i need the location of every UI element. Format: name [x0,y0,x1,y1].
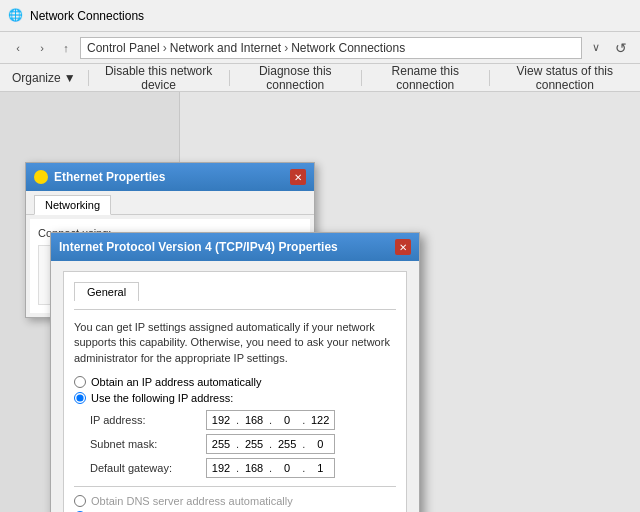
ethernet-dialog-icon [34,170,48,184]
auto-dns-option: Obtain DNS server address automatically [74,495,396,507]
back-button[interactable]: ‹ [8,38,28,58]
ethernet-dialog-titlebar: Ethernet Properties ✕ [26,163,314,191]
breadcrumb-network-connections[interactable]: Network Connections [291,41,405,55]
toolbar-separator-1 [88,70,89,86]
window-title: Network Connections [30,9,144,23]
dialog-overlay: Ethernet Properties ✕ Networking Connect… [0,92,640,512]
dns-radio-group: Obtain DNS server address automatically … [74,495,396,512]
up-button[interactable]: ↑ [56,38,76,58]
gateway-row: Default gateway: . . . [90,458,396,478]
breadcrumb-arrow-2: › [284,41,288,55]
subnet-seg-4[interactable] [306,438,334,450]
gateway-seg-2[interactable] [240,462,268,474]
ip-fields: IP address: . . . [90,410,396,478]
gateway-seg-3[interactable] [273,462,301,474]
ip-seg-2[interactable] [240,414,268,426]
manual-ip-option: Use the following IP address: [74,392,396,404]
ip-address-input[interactable]: . . . [206,410,335,430]
ipv4-tab-area: General You can get IP settings assigned… [63,271,407,512]
view-status-button[interactable]: View status of this connection [494,67,636,89]
view-status-label: View status of this connection [502,64,628,92]
subnet-seg-1[interactable] [207,438,235,450]
ipv4-properties-dialog: Internet Protocol Version 4 (TCP/IPv4) P… [50,232,420,512]
auto-ip-option: Obtain an IP address automatically [74,376,396,388]
toolbar: Organize ▼ Disable this network device D… [0,64,640,92]
toolbar-separator-2 [229,70,230,86]
ip-seg-1[interactable] [207,414,235,426]
rename-label: Rename this connection [374,64,477,92]
ethernet-tab-networking[interactable]: Networking [34,195,111,215]
section-divider [74,486,396,487]
subnet-row: Subnet mask: . . . [90,434,396,454]
ip-address-label: IP address: [90,414,200,426]
ipv4-dialog-title: Internet Protocol Version 4 (TCP/IPv4) P… [59,240,338,254]
manual-ip-label: Use the following IP address: [91,392,233,404]
organize-button[interactable]: Organize ▼ [4,67,84,89]
auto-ip-label: Obtain an IP address automatically [91,376,261,388]
gateway-label: Default gateway: [90,462,200,474]
subnet-input[interactable]: . . . [206,434,335,454]
ip-address-row: IP address: . . . [90,410,396,430]
forward-button[interactable]: › [32,38,52,58]
subnet-label: Subnet mask: [90,438,200,450]
breadcrumb-arrow-1: › [163,41,167,55]
title-bar: 🌐 Network Connections [0,0,640,32]
ipv4-tab-content: You can get IP settings assigned automat… [74,309,396,512]
organize-label: Organize [12,71,61,85]
ethernet-dialog-tabs: Networking [26,191,314,215]
toolbar-separator-4 [489,70,490,86]
manual-ip-radio[interactable] [74,392,86,404]
gateway-input[interactable]: . . . [206,458,335,478]
gateway-seg-4[interactable] [306,462,334,474]
address-bar: ‹ › ↑ Control Panel › Network and Intern… [0,32,640,64]
ipv4-info-text: You can get IP settings assigned automat… [74,320,396,366]
ethernet-dialog-title: Ethernet Properties [54,170,165,184]
gateway-seg-1[interactable] [207,462,235,474]
auto-ip-radio[interactable] [74,376,86,388]
breadcrumb-network-internet[interactable]: Network and Internet [170,41,281,55]
main-content: Ethernet Properties ✕ Networking Connect… [0,92,640,512]
auto-dns-label: Obtain DNS server address automatically [91,495,293,507]
auto-dns-radio[interactable] [74,495,86,507]
ip-seg-3[interactable] [273,414,301,426]
ipv4-dialog-titlebar: Internet Protocol Version 4 (TCP/IPv4) P… [51,233,419,261]
diagnose-label: Diagnose this connection [242,64,349,92]
refresh-button[interactable]: ↺ [610,37,632,59]
breadcrumb-control-panel[interactable]: Control Panel [87,41,160,55]
subnet-seg-3[interactable] [273,438,301,450]
rename-button[interactable]: Rename this connection [366,67,485,89]
window-icon: 🌐 [8,8,24,24]
ethernet-dialog-close[interactable]: ✕ [290,169,306,185]
address-path[interactable]: Control Panel › Network and Internet › N… [80,37,582,59]
ip-address-radio-group: Obtain an IP address automatically Use t… [74,376,396,404]
dropdown-button[interactable]: ∨ [586,38,606,58]
disable-label: Disable this network device [100,64,216,92]
ipv4-tab-header: General [74,282,396,301]
organize-arrow-icon: ▼ [64,71,76,85]
ipv4-dialog-close[interactable]: ✕ [395,239,411,255]
subnet-seg-2[interactable] [240,438,268,450]
disable-button[interactable]: Disable this network device [92,67,224,89]
diagnose-button[interactable]: Diagnose this connection [234,67,357,89]
toolbar-separator-3 [361,70,362,86]
ipv4-dialog-body: General You can get IP settings assigned… [51,261,419,512]
ip-seg-4[interactable] [306,414,334,426]
ipv4-tab-general[interactable]: General [74,282,139,301]
